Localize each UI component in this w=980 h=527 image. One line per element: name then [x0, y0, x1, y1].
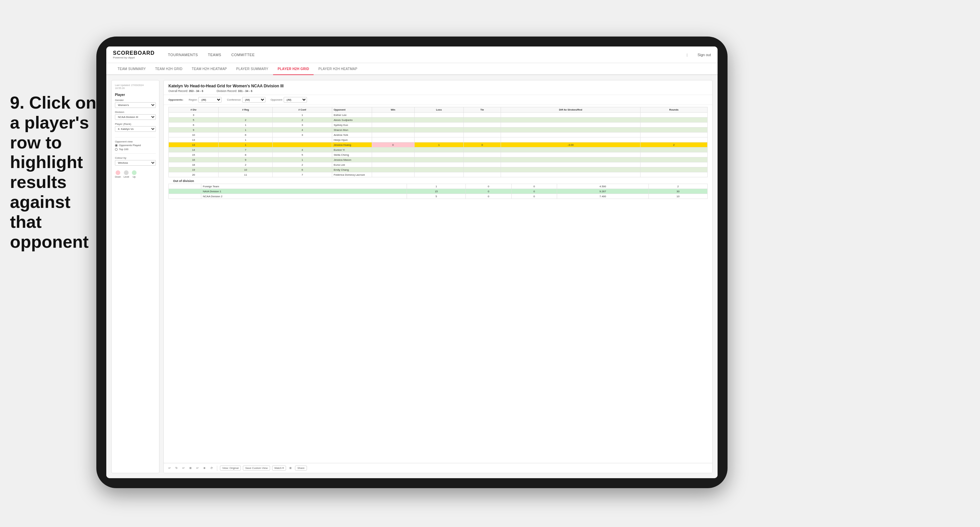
table-row[interactable]: 14 7 4 Eunice Yi — [169, 148, 708, 152]
view-original-button[interactable]: View: Original — [220, 465, 241, 471]
table-row[interactable]: Foreign Team 1 0 0 4.500 2 — [169, 184, 708, 189]
data-table-container: # Div # Reg # Conf Opponent Win Loss Tie… — [164, 105, 712, 463]
gender-select[interactable]: Women's — [115, 102, 156, 108]
level-dot — [124, 170, 129, 175]
table-row[interactable]: 15 8 5 Stella Cheng — [169, 152, 708, 157]
division-select[interactable]: NCAA Division III — [115, 114, 156, 120]
table-row[interactable]: 19 10 6 Emily Chang — [169, 167, 708, 172]
radio-dot-top100 — [115, 148, 118, 151]
add-button[interactable]: ⊕ — [202, 466, 207, 470]
out-division-header: Out of division — [169, 177, 708, 184]
sidebar: Last Updated: 27/03/2024 16:55:28 Player… — [111, 80, 159, 473]
logo: SCOREBOARD Powered by clippd — [113, 50, 155, 59]
table-row[interactable]: NAIA Division 1 15 0 0 9.267 30 — [169, 189, 708, 194]
panel-header: Katelyn Vo Head-to-Head Grid for Women's… — [164, 80, 712, 95]
radio-opponents-played[interactable]: Opponents Played — [115, 144, 156, 147]
step-number: 9. — [10, 93, 24, 112]
col-loss: Loss — [414, 107, 463, 113]
table-row[interactable]: 6 1 3 Sydney Kuo — [169, 122, 708, 127]
tab-player-summary[interactable]: PLAYER SUMMARY — [232, 63, 273, 75]
colour-by-label: Colour by — [115, 156, 156, 159]
player-rank-select[interactable]: 8. Katelyn Vo — [115, 126, 156, 132]
right-panel: Katelyn Vo Head-to-Head Grid for Women's… — [164, 80, 713, 473]
gender-label: Gender — [115, 98, 156, 102]
region-select[interactable]: (All) — [198, 97, 221, 103]
opponent-filter: Opponent (All) — [271, 97, 307, 103]
tab-player-h2h-heatmap[interactable]: PLAYER H2H HEATMAP — [313, 63, 362, 75]
watch-button[interactable]: Watch ▾ — [272, 465, 286, 471]
col-conf: # Conf — [273, 107, 332, 113]
table-row[interactable]: 18 2 2 Euna Lee — [169, 162, 708, 167]
nav-teams[interactable]: TEAMS — [208, 51, 221, 59]
table-row-highlighted[interactable]: 13 1 Jessica Huang 0 1 0 -3.00 2 — [169, 143, 708, 148]
sidebar-divider — [115, 137, 156, 138]
player-section-title: Player — [115, 93, 156, 97]
tablet-frame: SCOREBOARD Powered by clippd TOURNAMENTS… — [96, 37, 727, 488]
table-row[interactable]: 20 11 7 Federica Domecq Lacroze — [169, 172, 708, 177]
table-row[interactable]: 3 1 Esther Lee — [169, 113, 708, 117]
panel-title: Katelyn Vo Head-to-Head Grid for Women's… — [169, 84, 708, 88]
col-tie: Tie — [463, 107, 501, 113]
col-reg: # Reg — [219, 107, 273, 113]
colour-by-select[interactable]: Win/loss — [115, 160, 156, 166]
col-rounds: Rounds — [640, 107, 707, 113]
opponent-view-radios: Opponents Played Top 100 — [115, 144, 156, 151]
back-button[interactable]: ↩ — [181, 466, 186, 470]
nav-committee[interactable]: COMMITTEE — [231, 51, 255, 59]
step-text: Click on a player's row to highlight res… — [10, 93, 96, 251]
opponent-select[interactable]: (All) — [284, 97, 307, 103]
radio-top100[interactable]: Top 100 — [115, 148, 156, 151]
radio-dot-opponents — [115, 144, 118, 147]
opponent-view-label: Opponent view — [115, 140, 156, 143]
colour-legend: Down Level Up — [115, 170, 156, 178]
refresh-button[interactable]: ↩ — [195, 466, 200, 470]
sign-out-button[interactable]: Sign out — [698, 53, 711, 57]
save-custom-view-button[interactable]: Save Custom View — [243, 465, 270, 471]
table-row[interactable]: 9 1 4 Sharon Mun — [169, 127, 708, 132]
layout-button[interactable]: ⊞ — [288, 466, 293, 470]
table-row[interactable]: 10 6 3 Andrea York — [169, 132, 708, 138]
division-record: Division Record: 331 - 34 - 6 — [216, 89, 253, 93]
panel-records: Overall Record: 353 - 34 - 6 Division Re… — [169, 89, 708, 93]
bottom-toolbar: ↩ ↻ ↩ ⊞ ↩ ⊕ ⏱ View: Original Save Custom… — [164, 463, 712, 473]
conference-select[interactable]: (All) — [242, 97, 266, 103]
redo-button[interactable]: ↻ — [174, 466, 179, 470]
col-win: Win — [372, 107, 414, 113]
nav-divider: | — [687, 53, 688, 57]
player-rank-label: Player (Rank) — [115, 122, 156, 125]
nav-tournaments[interactable]: TOURNAMENTS — [168, 51, 198, 59]
sub-nav: TEAM SUMMARY TEAM H2H GRID TEAM H2H HEAT… — [106, 63, 718, 75]
tab-team-h2h-heatmap[interactable]: TEAM H2H HEATMAP — [187, 63, 232, 75]
nav-bar: SCOREBOARD Powered by clippd TOURNAMENTS… — [106, 46, 718, 63]
tab-player-h2h-grid[interactable]: PLAYER H2H GRID — [273, 63, 314, 75]
logo-main: SCOREBOARD — [113, 50, 155, 56]
up-dot — [132, 170, 137, 175]
table-row[interactable]: 16 9 1 Jessica Mason — [169, 157, 708, 162]
timestamp: Last Updated: 27/03/2024 16:55:28 — [115, 84, 156, 90]
opponents-filter-label: Opponents: — [169, 98, 183, 101]
table-row[interactable]: NCAA Division 2 5 0 0 7.400 10 — [169, 194, 708, 199]
h2h-table: # Div # Reg # Conf Opponent Win Loss Tie… — [169, 107, 708, 177]
overall-record: Overall Record: 353 - 34 - 6 — [169, 89, 203, 93]
tab-team-summary[interactable]: TEAM SUMMARY — [113, 63, 151, 75]
filters-row: Opponents: Region (All) Conference (All) — [164, 95, 712, 105]
undo-button[interactable]: ↩ — [167, 466, 172, 470]
table-row[interactable]: 5 2 2 Alexis Sudjianto — [169, 117, 708, 122]
table-header-row: # Div # Reg # Conf Opponent Win Loss Tie… — [169, 107, 708, 113]
clock-button[interactable]: ⏱ — [209, 466, 214, 470]
share-button[interactable]: Share — [295, 465, 307, 471]
out-division-table: Foreign Team 1 0 0 4.500 2 NAIA Division… — [169, 184, 708, 199]
toolbar-divider — [217, 465, 217, 471]
division-label: Division — [115, 111, 156, 114]
step-annotation: 9. Click on a player's row to highlight … — [10, 93, 103, 252]
table-row[interactable]: 13 1 Heejo Hyun — [169, 138, 708, 143]
col-div: # Div — [169, 107, 219, 113]
col-diff: Diff Av Strokes/Rnd — [501, 107, 641, 113]
grid-button[interactable]: ⊞ — [188, 466, 193, 470]
tab-team-h2h-grid[interactable]: TEAM H2H GRID — [151, 63, 187, 75]
conference-filter: Conference (All) — [227, 97, 265, 103]
region-filter: Region (All) — [189, 97, 221, 103]
logo-sub: Powered by clippd — [113, 56, 155, 59]
sidebar-divider-2 — [115, 153, 156, 154]
main-content: Last Updated: 27/03/2024 16:55:28 Player… — [106, 75, 718, 478]
